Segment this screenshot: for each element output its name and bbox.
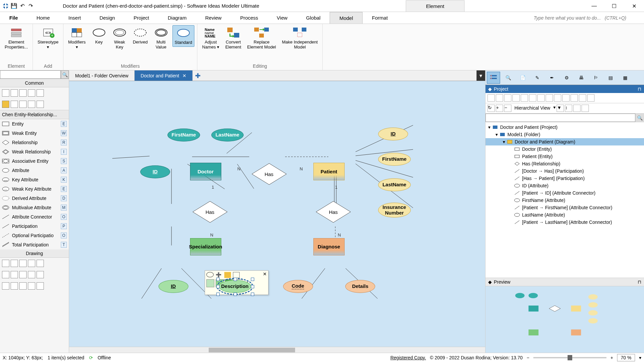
context-tab-element[interactable]: Element xyxy=(406,0,465,12)
pin-icon[interactable]: ⊓ xyxy=(638,86,641,92)
status-online[interactable]: Offline xyxy=(98,355,111,360)
prj-tb-12[interactable] xyxy=(579,94,586,102)
diagram-canvas[interactable]: ✕ ➕ ≡ ⋯ ✥ ⟳ DoctorPa xyxy=(69,81,485,347)
ctx-folder-icon[interactable] xyxy=(224,272,231,278)
shape-rect-icon[interactable] xyxy=(2,282,9,290)
tool-pointer-icon[interactable] xyxy=(2,89,9,97)
relationship-has-pd[interactable]: Has xyxy=(315,201,351,223)
zoom-out-button[interactable]: − xyxy=(527,355,529,360)
prj-tb-11[interactable] xyxy=(571,94,578,102)
shape-diamond2-icon[interactable] xyxy=(19,282,27,290)
toolbox-search-button[interactable]: 🔍 xyxy=(61,70,69,79)
prj-tb-10[interactable] xyxy=(562,94,570,102)
menu-process[interactable]: Process xyxy=(231,12,268,24)
shape-pentagon-icon[interactable] xyxy=(28,282,35,290)
relationship-has-dp[interactable]: Has xyxy=(251,163,287,185)
menu-model[interactable]: Model xyxy=(330,12,363,24)
tab-model1[interactable]: Model1 - Folder Overview xyxy=(69,70,135,81)
toolbox-search-input[interactable] xyxy=(0,70,61,79)
prj-view-drop-icon[interactable]: ▾ xyxy=(553,105,556,112)
shape-line4-icon[interactable] xyxy=(37,260,44,267)
shape-arrow-icon[interactable] xyxy=(11,260,18,267)
menu-insert[interactable]: Insert xyxy=(59,12,90,24)
rp-tool-pens-icon[interactable]: ✒ xyxy=(545,72,559,84)
tree-node[interactable]: [Has → Patient] (Participation) xyxy=(485,175,644,182)
attribute-lastname[interactable]: LastName xyxy=(211,129,244,141)
attribute-firstname[interactable]: FirstName xyxy=(378,153,411,166)
preview-body[interactable] xyxy=(485,286,644,353)
shape-oval-icon[interactable] xyxy=(37,271,44,278)
menu-project[interactable]: Project xyxy=(124,12,159,24)
tool-note-icon[interactable] xyxy=(2,101,9,108)
tool-text-icon[interactable] xyxy=(37,89,44,97)
shape-roundrect-icon[interactable] xyxy=(19,271,27,278)
toolbox-drawing-header[interactable]: Drawing xyxy=(0,249,69,258)
toolbox-item-weak-entity[interactable]: Weak EntityW xyxy=(0,129,69,138)
toolbox-item-entity[interactable]: EntityE xyxy=(0,119,69,129)
tree-node[interactable]: [Doctor → Has] (Participation) xyxy=(485,167,644,175)
context-close-icon[interactable]: ✕ xyxy=(263,271,267,277)
prj-tb-7[interactable] xyxy=(537,94,545,102)
tree-node[interactable]: ▾Model1 (Folder) xyxy=(485,131,644,138)
zoom-slider[interactable] xyxy=(533,357,606,358)
zoom-value[interactable]: 70 % xyxy=(617,354,635,361)
zoom-in-button[interactable]: + xyxy=(610,355,613,360)
tree-node[interactable]: [Patient → LastName] (Attribute Connecto… xyxy=(485,219,644,226)
tab-close-icon[interactable]: ✕ xyxy=(182,73,186,78)
redo-icon[interactable]: ↷ xyxy=(27,2,34,10)
tab-add-button[interactable]: ✚ xyxy=(193,70,203,81)
prj-remove-icon[interactable]: − xyxy=(504,105,511,112)
prj-tb-13[interactable] xyxy=(587,94,594,102)
tree-node[interactable]: [Patient → FirstName] (Attribute Connect… xyxy=(485,204,644,211)
prj-tb-8[interactable] xyxy=(546,94,553,102)
toolbox-item-multivalue-attribute[interactable]: Multivalue AttributeM xyxy=(0,203,69,212)
tool-zoom-icon[interactable] xyxy=(19,89,27,97)
tree-node[interactable]: ID (Attribute) xyxy=(485,182,644,189)
rp-tool-doc-icon[interactable]: 📄 xyxy=(516,72,529,84)
tree-node[interactable]: ▾Doctor and Patient (Project) xyxy=(485,124,644,131)
attribute-description[interactable]: Description xyxy=(219,280,251,293)
shape-pie-icon[interactable] xyxy=(2,271,9,278)
ctx-list-icon[interactable] xyxy=(233,272,240,278)
shape-drop-icon[interactable] xyxy=(11,271,18,278)
rp-tool-flag-icon[interactable]: 🏳 xyxy=(589,72,602,84)
project-search-input[interactable] xyxy=(485,114,635,122)
tool-table-icon[interactable] xyxy=(28,101,35,108)
tree-node[interactable]: LastName (Attribute) xyxy=(485,211,644,219)
minimize-button[interactable]: — xyxy=(584,0,604,12)
tree-node[interactable]: Doctor (Entity) xyxy=(485,145,644,153)
zoom-drop-icon[interactable]: ▾ xyxy=(639,355,641,360)
shape-hexagon-icon[interactable] xyxy=(37,282,44,290)
preview-pin-icon[interactable]: ⊓ xyxy=(638,279,641,285)
project-tree[interactable]: ▾Doctor and Patient (Project)▾Model1 (Fo… xyxy=(485,122,644,278)
rp-tool-layers-icon[interactable]: ▤ xyxy=(604,72,617,84)
menu-view[interactable]: View xyxy=(268,12,297,24)
entity-doctor[interactable]: Doctor xyxy=(190,163,221,180)
preview-expand-icon[interactable]: ◆ xyxy=(488,279,492,285)
ribbon-stereotype[interactable]: «»+ Stereotype ▾ xyxy=(36,25,60,51)
toolbox-item-weak-relationship[interactable]: Weak RelationshipI xyxy=(0,147,69,156)
tool-frame-icon[interactable] xyxy=(37,101,44,108)
toolbox-category[interactable]: Chen Entity-Relationship... xyxy=(0,110,69,119)
attribute-id[interactable]: ID xyxy=(140,165,170,178)
prj-tb-2[interactable] xyxy=(496,94,503,102)
rp-tool-search-icon[interactable]: 🔍 xyxy=(501,72,515,84)
toolbox-common-header[interactable]: Common xyxy=(0,79,69,87)
shape-triangle-icon[interactable] xyxy=(11,282,18,290)
tree-node[interactable]: FirstName (Attribute) xyxy=(485,197,644,204)
attribute-lastname[interactable]: LastName xyxy=(378,178,411,191)
project-panel-header[interactable]: ◆ Project ⊓ xyxy=(485,85,644,93)
shape-line3-icon[interactable] xyxy=(28,260,35,267)
save-icon[interactable]: 💾 xyxy=(10,2,18,10)
ctx-add-icon[interactable]: ➕ xyxy=(216,272,222,278)
app-icon[interactable] xyxy=(2,2,9,10)
shape-pill-icon[interactable] xyxy=(28,271,35,278)
prj-view-label[interactable]: Hierarchical View xyxy=(512,105,552,112)
attribute-insurance-number[interactable]: InsuranceNumber xyxy=(378,203,411,218)
ribbon-replace-model[interactable]: Replace Element Model xyxy=(245,25,278,51)
prj-tb-9[interactable] xyxy=(554,94,561,102)
toolbox-item-weak-key-attribute[interactable]: Weak Key AttributeE xyxy=(0,184,69,194)
rp-tool-print-icon[interactable]: 🖶 xyxy=(575,72,588,84)
prj-sort-icon[interactable]: ↕ xyxy=(565,105,572,112)
toolbox-item-relationship[interactable]: RelationshipR xyxy=(0,138,69,147)
